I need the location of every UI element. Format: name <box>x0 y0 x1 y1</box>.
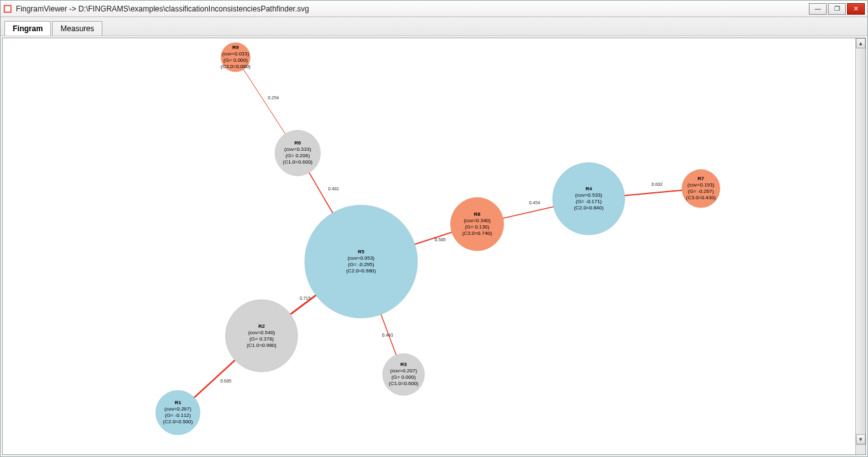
tab-measures[interactable]: Measures <box>52 21 102 36</box>
node-name: R5 <box>358 249 365 255</box>
node-class: (C1.0=0.600) <box>283 159 313 165</box>
node-name: R4 <box>586 186 593 192</box>
graph-canvas[interactable]: 0.2540.4810.5850.4540.6020.7150.6850.443… <box>3 38 865 454</box>
node-name: R7 <box>698 176 705 181</box>
minimize-icon: — <box>815 5 821 12</box>
node-cov: (cov=0.267) <box>165 406 192 412</box>
tab-label: Measures <box>60 24 94 33</box>
tab-fingram[interactable]: Fingram <box>4 21 51 36</box>
node-class: (C2.0=0.500) <box>163 419 193 425</box>
node-class: (C2.0=0.840) <box>574 205 603 211</box>
vertical-scrollbar[interactable]: ▲ ▼ <box>855 38 865 444</box>
minimize-button[interactable]: — <box>809 3 827 15</box>
scroll-up-button[interactable]: ▲ <box>856 38 865 48</box>
close-button[interactable]: ✕ <box>847 3 865 15</box>
node-class: (C3.0=0.080) <box>221 64 251 69</box>
graph-viewport[interactable]: 0.2540.4810.5850.4540.6020.7150.6850.443… <box>2 38 866 455</box>
edge-weight-label: 0.685 <box>221 379 232 383</box>
node-g: (G= 0.378) <box>249 336 274 342</box>
node-class: (C1.0=0.980) <box>247 342 277 348</box>
tab-label: Fingram <box>13 24 43 33</box>
node-g: (G= 0.000) <box>391 374 416 380</box>
node-g: (G= -0.267) <box>688 188 714 194</box>
maximize-button[interactable]: ❐ <box>828 3 846 15</box>
window-controls: — ❐ ✕ <box>808 3 865 15</box>
tab-bar: Fingram Measures <box>1 17 867 36</box>
node-g: (G= 0.206) <box>286 153 310 158</box>
node-g: (G= -0.171) <box>575 199 602 204</box>
edge-weight-label: 0.585 <box>434 237 446 242</box>
scrollbar-corner <box>855 444 865 454</box>
node-g: (G= 0.130) <box>465 224 490 230</box>
node-class: (C3.0=0.430) <box>686 195 716 200</box>
edge-weight-label: 0.602 <box>651 182 663 186</box>
svg-rect-1 <box>5 6 11 11</box>
window-title: FingramViewer -> D:\FINGRAMS\examples\cl… <box>16 4 808 13</box>
node-name: R8 <box>474 211 481 217</box>
node-g: (G= 0.000) <box>223 57 248 63</box>
edge-weight-label: 0.481 <box>328 186 340 191</box>
node-cov: (cov=0.193) <box>687 182 715 188</box>
node-class: (C2.0=0.980) <box>346 268 376 274</box>
titlebar[interactable]: FingramViewer -> D:\FINGRAMS\examples\cl… <box>1 1 867 17</box>
node-cov: (cov=0.540) <box>248 330 275 335</box>
node-name: R1 <box>175 400 182 405</box>
node-cov: (cov=0.033) <box>222 51 249 57</box>
edge-weight-label: 0.715 <box>300 296 311 300</box>
node-cov: (cov=0.953) <box>348 255 375 261</box>
node-name: R2 <box>258 323 265 329</box>
node-name: R9 <box>232 45 239 50</box>
app-window: FingramViewer -> D:\FINGRAMS\examples\cl… <box>0 0 868 457</box>
node-g: (G= -0.295) <box>348 262 374 267</box>
node-name: R6 <box>294 140 301 146</box>
edge-weight-label: 0.254 <box>268 95 279 100</box>
node-cov: (cov=0.207) <box>390 368 417 374</box>
scroll-down-button[interactable]: ▼ <box>856 434 865 444</box>
node-cov: (cov=0.333) <box>284 146 312 152</box>
edge-weight-label: 0.454 <box>529 200 541 205</box>
close-icon: ✕ <box>853 5 858 12</box>
node-cov: (cov=0.340) <box>464 218 491 223</box>
node-class: (C3.0=0.740) <box>462 230 492 236</box>
edge-weight-label: 0.443 <box>382 333 394 337</box>
node-g: (G= -0.112) <box>165 412 191 418</box>
app-icon <box>3 4 12 13</box>
node-name: R3 <box>401 362 408 367</box>
maximize-icon: ❐ <box>834 5 840 12</box>
node-class: (C1.0=0.600) <box>389 381 418 386</box>
node-cov: (cov=0.533) <box>575 192 603 198</box>
